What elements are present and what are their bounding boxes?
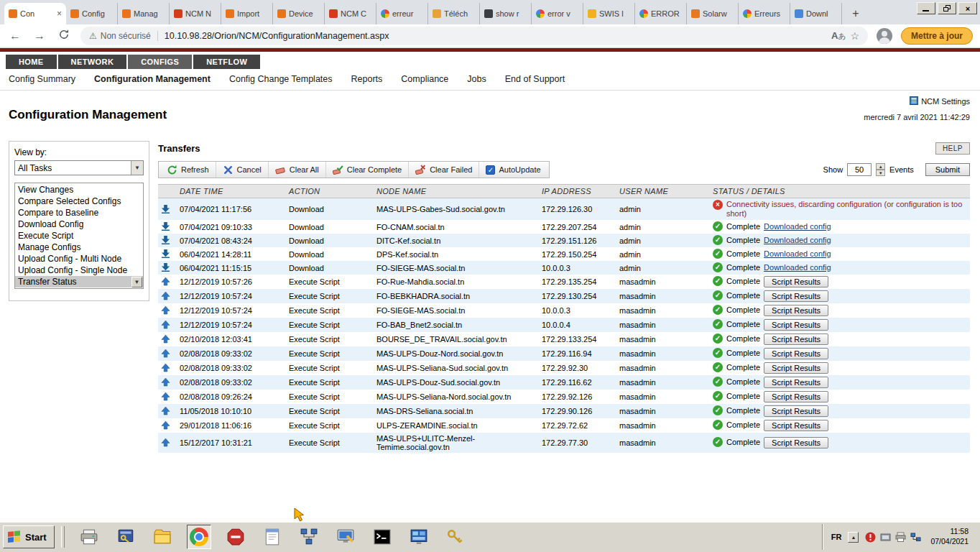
taskbar-clock[interactable]: 11:58 07/04/2021 (928, 527, 969, 546)
security-indicator[interactable]: ⚠ Non sécurisé (89, 31, 151, 41)
script-results-button[interactable]: Script Results (764, 377, 828, 388)
script-results-button[interactable]: Script Results (764, 420, 828, 431)
device-manager-button[interactable] (333, 525, 358, 549)
script-results-button[interactable]: Script Results (764, 362, 828, 374)
subnav-reports[interactable]: Reports (351, 74, 383, 84)
forward-button[interactable]: → (32, 29, 47, 42)
nav-tab-home[interactable]: HOME (6, 55, 57, 69)
submit-button[interactable]: Submit (925, 163, 970, 176)
clear-all-button[interactable]: Clear All (269, 162, 326, 178)
script-results-button[interactable]: Script Results (764, 437, 828, 448)
start-button[interactable]: Start (3, 525, 55, 548)
back-button[interactable]: ← (7, 29, 23, 42)
downloaded-config-link[interactable]: Downloaded config (764, 249, 831, 259)
nav-tab-network[interactable]: NETWORK (58, 55, 127, 69)
quick-launch-handle[interactable] (61, 526, 65, 548)
subnav-end-of-support[interactable]: End of Support (505, 74, 565, 84)
browser-tab[interactable]: Device (273, 3, 325, 24)
browser-tab[interactable]: show r (480, 3, 532, 24)
refresh-button[interactable]: Refresh (160, 162, 216, 178)
task-item-view-changes[interactable]: View Changes (15, 184, 143, 196)
script-results-button[interactable]: Script Results (764, 319, 828, 331)
task-item-transfer-status[interactable]: Transfer Status (15, 276, 143, 288)
profile-avatar[interactable] (877, 28, 892, 44)
clear-complete-button[interactable]: Clear Complete (326, 162, 409, 178)
browser-tab[interactable]: ERROR (635, 3, 687, 24)
column-status-details[interactable]: STATUS / DETAILS (710, 185, 970, 198)
downloaded-config-link[interactable]: Downloaded config (764, 221, 831, 232)
browser-tab[interactable]: error v (532, 3, 583, 24)
security-console-button[interactable] (114, 525, 138, 549)
keys-button[interactable] (443, 525, 468, 549)
subnav-config-change-templates[interactable]: Config Change Templates (229, 74, 333, 84)
language-indicator[interactable]: FR (831, 533, 842, 541)
column-ip-address[interactable]: IP ADDRESS (539, 185, 616, 198)
task-item-manage-configs[interactable]: Manage Configs (15, 242, 143, 253)
script-results-button[interactable]: Script Results (764, 290, 828, 302)
browser-tab[interactable]: Import (221, 3, 273, 24)
stop-button[interactable] (223, 525, 248, 549)
script-results-button[interactable]: Script Results (764, 305, 828, 316)
subnav-compliance[interactable]: Compliance (401, 74, 448, 84)
view-by-select[interactable]: All Tasks ▼ (14, 160, 144, 175)
autoupdate-toggle[interactable]: ✓AutoUpdate (479, 162, 547, 178)
listbox-scroll-down-icon[interactable]: ▼ (131, 277, 142, 288)
downloaded-config-link[interactable]: Downloaded config (764, 235, 831, 246)
script-results-button[interactable]: Script Results (764, 276, 828, 288)
browser-tab[interactable]: Erreurs (739, 3, 790, 24)
cancel-button[interactable]: Cancel (216, 162, 269, 178)
reload-button[interactable] (56, 29, 72, 43)
help-button[interactable]: HELP (935, 142, 970, 155)
subnav-jobs[interactable]: Jobs (467, 74, 486, 84)
events-spinner[interactable]: ▲▼ (876, 163, 885, 176)
chrome-button[interactable] (187, 525, 211, 549)
printer-button[interactable] (77, 525, 101, 549)
autoupdate-checkbox[interactable]: ✓ (486, 165, 495, 175)
browser-tab[interactable]: NCM C (325, 3, 376, 24)
close-button[interactable]: × (958, 2, 977, 14)
address-bar[interactable]: ⚠ Non sécurisé 10.10.98.28/Orion/NCM/Con… (80, 27, 868, 45)
new-tab-button[interactable]: + (846, 4, 865, 23)
nav-tab-netflow[interactable]: NETFLOW (193, 55, 260, 69)
script-results-button[interactable]: Script Results (764, 391, 828, 402)
alert-icon[interactable] (865, 532, 876, 543)
nav-tab-configs[interactable]: CONFIGS (128, 55, 192, 69)
script-results-button[interactable]: Script Results (764, 348, 828, 359)
browser-tab[interactable]: Downl (790, 3, 842, 24)
task-item-compare-to-baseline[interactable]: Compare to Baseline (15, 207, 143, 218)
tab-close-icon[interactable]: × (57, 9, 62, 19)
subnav-config-summary[interactable]: Config Summary (9, 74, 75, 84)
browser-tab[interactable]: Config (66, 3, 118, 24)
folder-button[interactable] (150, 525, 175, 549)
system-monitor-button[interactable] (407, 525, 431, 549)
chrome-update-button[interactable]: Mettre à jour (901, 27, 973, 45)
device-icon[interactable] (880, 532, 891, 543)
network-tray-icon[interactable] (910, 532, 921, 543)
browser-tab[interactable]: Solarw (687, 3, 739, 24)
script-results-button[interactable]: Script Results (764, 334, 828, 345)
translate-icon[interactable]: Aあ (831, 30, 846, 42)
spinner-up-icon[interactable]: ▲ (876, 163, 885, 170)
column-date-time[interactable]: DATE TIME (177, 185, 286, 198)
task-item-upload-config-multi-node[interactable]: Upload Config - Multi Node (15, 253, 143, 264)
downloaded-config-link[interactable]: Downloaded config (764, 262, 831, 273)
show-hidden-icons-button[interactable]: ▲ (848, 532, 859, 543)
url-text[interactable]: 10.10.98.28/Orion/NCM/ConfigurationManag… (165, 31, 827, 41)
browser-tab[interactable]: Con× (4, 3, 66, 24)
ncm-settings-link[interactable]: NCM Settings (864, 96, 970, 106)
browser-tab[interactable]: Téléch (428, 3, 480, 24)
network-map-button[interactable] (297, 525, 321, 549)
column-node-name[interactable]: NODE NAME (374, 185, 539, 198)
restore-button[interactable] (938, 2, 956, 14)
minimize-button[interactable] (917, 2, 935, 14)
browser-tab[interactable]: Manag (118, 3, 170, 24)
bookmark-star-icon[interactable]: ☆ (850, 30, 859, 42)
browser-tab[interactable]: SWIS l (583, 3, 635, 24)
subnav-configuration-management[interactable]: Configuration Management (94, 74, 211, 84)
browser-tab[interactable]: erreur (376, 3, 428, 24)
browser-tab[interactable]: NCM N (170, 3, 221, 24)
task-item-upload-config-single-node[interactable]: Upload Config - Single Node (15, 264, 143, 276)
script-results-button[interactable]: Script Results (764, 405, 828, 417)
dropdown-arrow-icon[interactable]: ▼ (131, 161, 143, 175)
show-events-input[interactable] (847, 163, 872, 176)
